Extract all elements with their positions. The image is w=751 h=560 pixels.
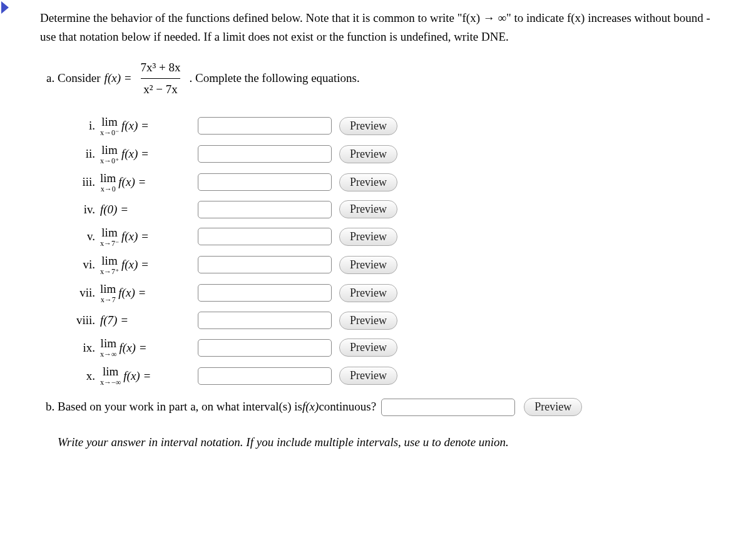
lim-approach: x→∞ — [100, 350, 117, 358]
part-b: Based on your work in part a, on what in… — [58, 397, 720, 452]
limit-expression: limx→0f(x) = — [100, 172, 194, 193]
limit-expression: limx→7⁻f(x) = — [100, 227, 194, 247]
lim-approach: x→7 — [101, 296, 116, 303]
answer-input[interactable] — [198, 145, 332, 163]
subpart-row: iv.f(0) =Preview — [70, 200, 720, 219]
answer-input[interactable] — [198, 173, 332, 191]
limit-notation: limx→−∞ — [100, 365, 121, 386]
answer-input[interactable] — [198, 339, 332, 357]
limit-expression: limx→0⁺f(x) = — [100, 144, 194, 165]
answer-input[interactable] — [198, 256, 332, 273]
preview-button[interactable]: Preview — [339, 228, 397, 246]
roman-numeral: iv. — [70, 200, 95, 219]
preview-button[interactable]: Preview — [339, 145, 397, 163]
part-b-text-after: continuous? — [319, 397, 376, 416]
fraction: 7x³ + 8x x² − 7x — [138, 58, 183, 99]
fx-label: f(7) = — [100, 311, 128, 330]
subpart-row: iii.limx→0f(x) =Preview — [70, 172, 720, 193]
lim-text: lim — [101, 255, 117, 267]
subpart-row: i.limx→0⁻f(x) =Preview — [70, 116, 720, 136]
answer-input-continuity[interactable] — [381, 399, 515, 416]
answer-input[interactable] — [198, 284, 332, 302]
fx-label: f(x) = — [120, 339, 147, 357]
fx-label: f(0) = — [100, 200, 128, 219]
fx-label: f(x) = — [121, 145, 149, 163]
numerator: 7x³ + 8x — [138, 58, 183, 78]
limit-notation: limx→∞ — [100, 337, 117, 358]
roman-numeral: i. — [70, 116, 95, 135]
roman-numeral: vii. — [70, 283, 95, 302]
preview-button[interactable]: Preview — [339, 256, 397, 274]
prompt-text: Determine the behavior of the functions … — [40, 11, 710, 43]
roman-numeral: x. — [70, 367, 95, 385]
limit-expression: f(7) = — [100, 311, 194, 330]
preview-button[interactable]: Preview — [339, 339, 397, 357]
lim-text: lim — [101, 227, 117, 238]
preview-button[interactable]: Preview — [339, 367, 397, 385]
limit-expression: f(0) = — [100, 200, 194, 219]
roman-numeral: iii. — [70, 173, 95, 191]
interval-hint: Write your answer in interval notation. … — [58, 433, 720, 452]
limit-expression: limx→∞f(x) = — [100, 337, 194, 358]
lim-text: lim — [100, 172, 116, 184]
lim-approach: x→0⁺ — [100, 157, 119, 165]
preview-button[interactable]: Preview — [339, 200, 397, 218]
limit-notation: limx→7 — [100, 283, 116, 303]
limit-notation: limx→7⁻ — [100, 227, 119, 247]
roman-numeral: v. — [70, 227, 95, 246]
fx-label: f(x) = — [123, 367, 151, 385]
roman-numeral: viii. — [70, 311, 95, 330]
part-b-text-before: Based on your work in part a, on what in… — [58, 397, 302, 416]
answer-input[interactable] — [198, 117, 332, 135]
lim-text: lim — [101, 116, 117, 128]
consider-text: Consider — [58, 69, 101, 88]
fx-label: f(x) = — [118, 173, 146, 191]
limit-expression: limx→7f(x) = — [100, 283, 194, 303]
limit-expression: limx→7⁺f(x) = — [100, 255, 194, 275]
subpart-row: vi.limx→7⁺f(x) =Preview — [70, 255, 720, 275]
lim-text: lim — [101, 337, 116, 349]
fx-label: f(x) = — [121, 255, 149, 274]
lim-approach: x→7⁻ — [100, 240, 119, 247]
preview-button[interactable]: Preview — [339, 312, 397, 330]
limit-expression: limx→−∞f(x) = — [100, 365, 194, 386]
answer-input[interactable] — [198, 312, 332, 329]
limit-notation: limx→0⁺ — [100, 144, 119, 165]
fx-label: f(x) = — [118, 283, 146, 302]
limit-notation: limx→0 — [100, 172, 116, 193]
part-a: Consider f(x) = 7x³ + 8x x² − 7x . Compl… — [58, 58, 720, 387]
subpart-row: viii.f(7) =Preview — [70, 311, 720, 330]
answer-input[interactable] — [198, 367, 332, 385]
preview-button[interactable]: Preview — [339, 173, 397, 191]
function-definition: Consider f(x) = 7x³ + 8x x² − 7x . Compl… — [58, 58, 720, 99]
limit-notation: limx→7⁺ — [100, 255, 119, 275]
fx-label: f(x) = — [121, 116, 149, 135]
lim-text: lim — [103, 365, 118, 377]
preview-button[interactable]: Preview — [524, 398, 582, 416]
subpart-row: ii.limx→0⁺f(x) =Preview — [70, 144, 720, 165]
subpart-row: vii.limx→7f(x) =Preview — [70, 283, 720, 303]
answer-input[interactable] — [198, 201, 332, 218]
problem-prompt: Determine the behavior of the functions … — [40, 9, 720, 47]
fx-equals: f(x) = — [105, 69, 132, 88]
subpart-row: ix.limx→∞f(x) =Preview — [70, 337, 720, 358]
limit-expression: limx→0⁻f(x) = — [100, 116, 194, 136]
denominator: x² − 7x — [141, 78, 180, 99]
lim-approach: x→7⁺ — [100, 268, 119, 275]
part-b-fx: f(x) — [302, 397, 319, 416]
lim-approach: x→0 — [101, 185, 116, 193]
subpart-row: v.limx→7⁻f(x) =Preview — [70, 227, 720, 247]
limit-notation: limx→0⁻ — [100, 116, 119, 136]
preview-button[interactable]: Preview — [339, 284, 397, 302]
lim-approach: x→0⁻ — [100, 129, 119, 136]
complete-text: . Complete the following equations. — [189, 69, 359, 88]
subpart-row: x.limx→−∞f(x) =Preview — [70, 365, 720, 386]
lim-text: lim — [101, 144, 117, 156]
section-indicator-triangle — [1, 1, 9, 14]
roman-numeral: vi. — [70, 255, 95, 274]
lim-approach: x→−∞ — [100, 379, 121, 386]
answer-input[interactable] — [198, 228, 332, 245]
subparts-list: i.limx→0⁻f(x) =Previewii.limx→0⁺f(x) =Pr… — [58, 116, 720, 387]
fx-label: f(x) = — [121, 227, 149, 246]
preview-button[interactable]: Preview — [339, 117, 397, 135]
